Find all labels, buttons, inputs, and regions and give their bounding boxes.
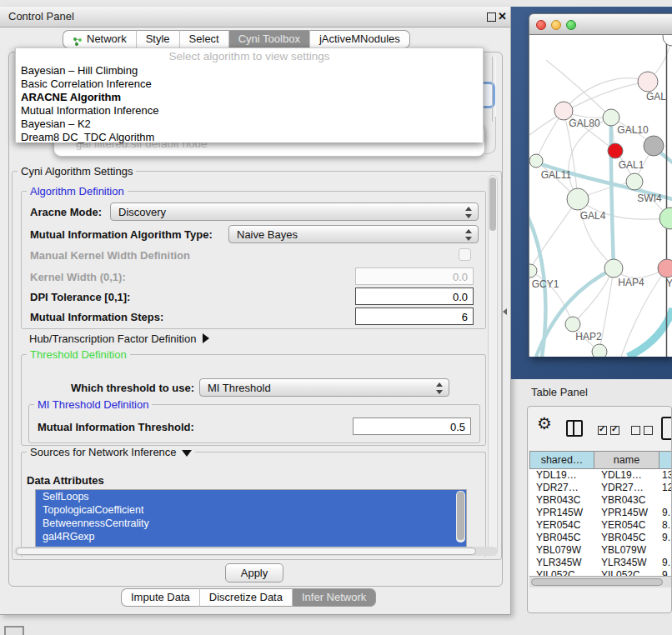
table-row[interactable]: YPR145WYPR145W9. xyxy=(529,507,672,519)
algorithm-option[interactable]: Dream8 DC_TDC Algorithm xyxy=(16,131,483,144)
settings-horizontal-scrollbar-thumb[interactable] xyxy=(16,548,476,555)
network-node-gcy1[interactable] xyxy=(529,264,537,278)
table-row[interactable]: YBR045CYBR045C9. xyxy=(529,532,672,544)
data-attribute-item[interactable]: gal4RGexp xyxy=(36,530,466,543)
settings-vertical-scrollbar-thumb[interactable] xyxy=(489,178,496,231)
select-all-columns-icon[interactable] xyxy=(598,425,623,438)
float-panel-icon[interactable] xyxy=(487,12,496,22)
tab-select[interactable]: Select xyxy=(179,30,228,48)
table-horizontal-scrollbar[interactable] xyxy=(529,576,672,588)
table-cell[interactable]: YER054C xyxy=(594,519,659,532)
table-row[interactable]: YDL19…YDL19…13 xyxy=(529,469,672,482)
new-table-icon[interactable] xyxy=(661,417,672,440)
which-threshold-combo[interactable]: MI Threshold xyxy=(199,378,449,397)
network-node-gal1[interactable] xyxy=(626,173,643,190)
table-cell[interactable]: 13 xyxy=(659,469,672,482)
settings-vertical-scrollbar[interactable] xyxy=(488,175,498,553)
table-cell[interactable]: YPR145W xyxy=(594,507,659,519)
table-row[interactable]: YLR345WYLR345W9. xyxy=(529,557,672,569)
table-cell[interactable]: YER054C xyxy=(529,519,594,532)
settings-horizontal-scrollbar[interactable] xyxy=(14,547,498,556)
table-cell[interactable]: YBL079W xyxy=(529,544,594,557)
tab-jactivemnodules[interactable]: jActiveMNodules xyxy=(309,30,410,48)
table-cell[interactable]: 8. xyxy=(659,519,672,532)
algorithm-option[interactable]: Basic Correlation Inference xyxy=(16,78,483,91)
aracne-mode-combo[interactable]: Discovery xyxy=(110,202,479,221)
network-node[interactable] xyxy=(592,344,607,357)
tab-network[interactable]: Network xyxy=(63,30,136,48)
minimized-panel-button[interactable] xyxy=(4,626,24,635)
minimize-window-icon[interactable] xyxy=(551,20,561,30)
table-cell[interactable]: YBR045C xyxy=(529,532,594,544)
network-canvas[interactable]: GALGAL80GAL10GAL1GAL11GAL4SWI4GCY1HAP4YH… xyxy=(529,35,672,357)
table-cell[interactable]: YDL19… xyxy=(529,469,594,482)
deselect-all-columns-icon[interactable] xyxy=(631,425,656,438)
table-cell[interactable]: YDL19… xyxy=(594,469,659,482)
attributes-list-scrollbar-thumb[interactable] xyxy=(457,492,464,540)
table-horizontal-scrollbar-thumb[interactable] xyxy=(531,578,663,586)
data-attribute-item[interactable]: SelfLoops xyxy=(36,490,466,503)
table-cell[interactable]: 9. xyxy=(659,532,672,544)
table-row[interactable]: YBR043CYBR043C xyxy=(529,494,672,507)
table-row[interactable]: YER054CYER054C8. xyxy=(529,519,672,532)
gear-icon[interactable]: ⚙ xyxy=(537,413,552,433)
table-cell[interactable]: YLR345W xyxy=(529,557,594,569)
column-header[interactable] xyxy=(659,451,672,469)
algorithm-option[interactable]: Mutual Information Inference xyxy=(16,104,483,118)
table-cell[interactable] xyxy=(659,544,672,557)
table-cell[interactable]: YBL079W xyxy=(594,544,659,557)
network-node[interactable] xyxy=(644,136,664,156)
tab-discretize-data[interactable]: Discretize Data xyxy=(199,588,292,607)
table-cell[interactable] xyxy=(659,494,672,507)
table-cell[interactable]: YBR043C xyxy=(594,494,659,507)
table-cell[interactable]: YDR27… xyxy=(594,482,659,494)
sources-title-toggle[interactable]: Sources for Network Inference xyxy=(27,446,195,458)
table-cell[interactable]: YBR043C xyxy=(529,494,594,507)
table-row[interactable]: YBL079WYBL079W xyxy=(529,544,672,557)
algorithm-option[interactable]: ARACNE Algorithm xyxy=(16,91,483,104)
zoom-window-icon[interactable] xyxy=(566,20,576,30)
close-panel-icon[interactable]: ✕ xyxy=(498,10,507,22)
network-node-hap4[interactable] xyxy=(604,259,623,278)
tab-impute-data[interactable]: Impute Data xyxy=(121,588,199,607)
network-node-gal[interactable] xyxy=(638,72,658,92)
network-node-hap2[interactable] xyxy=(565,317,580,332)
table-cell[interactable]: YDR27… xyxy=(529,482,594,494)
algorithm-option[interactable]: Bayesian – K2 xyxy=(16,118,483,131)
network-node-swi4[interactable] xyxy=(659,208,672,229)
network-node-y[interactable] xyxy=(658,259,672,278)
network-graph[interactable]: GALGAL80GAL10GAL1GAL11GAL4SWI4GCY1HAP4YH… xyxy=(529,35,672,357)
attributes-list-scrollbar[interactable] xyxy=(456,491,465,542)
tab-cyni-toolbox[interactable]: Cyni Toolbox xyxy=(228,30,309,48)
table-cell[interactable]: YLR345W xyxy=(594,557,659,569)
split-pane-handle-icon[interactable] xyxy=(503,308,507,315)
column-header[interactable]: shared… xyxy=(529,451,594,469)
tab-style[interactable]: Style xyxy=(136,30,179,48)
tab-infer-network[interactable]: Infer Network xyxy=(292,588,376,607)
table-cell[interactable]: 9. xyxy=(659,557,672,569)
network-node-gal4[interactable] xyxy=(567,188,589,210)
table-cell[interactable]: 9. xyxy=(659,507,672,519)
apply-button[interactable]: Apply xyxy=(225,563,283,582)
data-attributes-list[interactable]: SelfLoopsTopologicalCoefficientBetweenne… xyxy=(35,489,467,548)
mutual-information-threshold-field[interactable]: 0.5 xyxy=(353,418,471,435)
network-node[interactable] xyxy=(663,35,672,46)
show-columns-icon[interactable] xyxy=(566,420,583,437)
network-window-titlebar[interactable] xyxy=(529,13,672,35)
hub-tf-definition-toggle[interactable]: Hub/Transcription Factor Definition xyxy=(29,332,209,345)
close-window-icon[interactable] xyxy=(536,20,546,30)
table-row[interactable]: YDR27…YDR27…12 xyxy=(529,482,672,494)
table-cell[interactable]: 12 xyxy=(659,482,672,494)
column-header[interactable]: name xyxy=(594,451,659,469)
dpi-tolerance-field[interactable]: 0.0 xyxy=(355,288,474,305)
mi-steps-field[interactable]: 6 xyxy=(355,308,474,325)
data-attribute-item[interactable]: TopologicalCoefficient xyxy=(36,503,466,517)
network-node[interactable] xyxy=(608,143,623,158)
network-node-gal11[interactable] xyxy=(529,154,543,168)
table-cell[interactable]: YBR045C xyxy=(594,532,659,544)
mi-algorithm-type-combo[interactable]: Naive Bayes xyxy=(228,225,479,243)
network-node-gal10[interactable] xyxy=(603,109,619,126)
algorithm-option[interactable]: Bayesian – Hill Climbing xyxy=(16,64,483,78)
data-attribute-item[interactable]: BetweennessCentrality xyxy=(36,517,466,530)
table-cell[interactable]: YPR145W xyxy=(529,507,594,519)
